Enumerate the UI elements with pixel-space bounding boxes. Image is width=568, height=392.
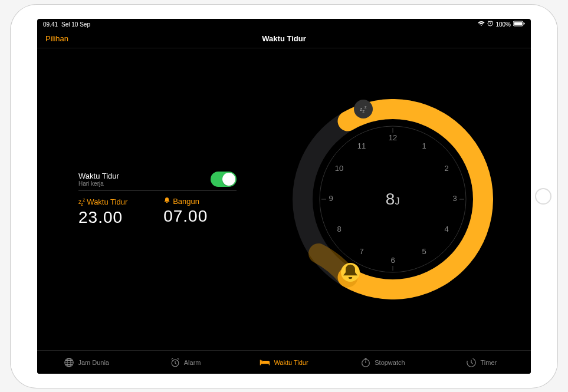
stopwatch-icon	[360, 357, 371, 368]
sleep-label: Waktu Tidur	[87, 197, 127, 206]
main-content: Waktu Tidur Hari kerja zzz Waktu Tidur 2…	[37, 48, 531, 350]
wake-handle-icon	[341, 263, 360, 282]
schedule-toggle-row: Waktu Tidur Hari kerja	[78, 172, 237, 191]
home-button[interactable]	[535, 188, 551, 205]
battery-icon	[513, 21, 525, 28]
tab-bedtime[interactable]: Waktu Tidur	[235, 351, 333, 374]
tab-timer[interactable]: Timer	[432, 351, 531, 374]
status-time: 09.41	[43, 21, 58, 28]
wake-time: 07.00	[163, 207, 237, 226]
dial-hour-3: 3	[452, 194, 457, 203]
wake-handle[interactable]	[341, 263, 360, 282]
timer-icon	[466, 357, 477, 368]
battery-percent: 100%	[495, 21, 511, 28]
sleep-icon: zzz	[78, 197, 84, 207]
sleep-time: 23.00	[78, 208, 152, 227]
dial-hour-7: 7	[359, 247, 363, 256]
options-button[interactable]: Pilihan	[45, 34, 68, 43]
nav-bar: Pilihan Waktu Tidur	[37, 29, 531, 48]
dial-hour-4: 4	[444, 225, 448, 233]
tab-world-clock[interactable]: Jam Dunia	[37, 351, 136, 374]
dial-hour-6: 6	[390, 256, 395, 265]
page-title: Waktu Tidur	[262, 34, 306, 43]
dial-hour-10: 10	[334, 164, 343, 173]
sleep-handle[interactable]: zzz	[354, 100, 373, 118]
globe-icon	[64, 357, 74, 368]
wifi-icon	[478, 21, 485, 28]
bell-icon	[163, 197, 170, 206]
dial-hour-9: 9	[329, 194, 333, 203]
tab-alarm[interactable]: Alarm	[136, 351, 234, 374]
tab-stopwatch[interactable]: Stopwatch	[333, 351, 432, 374]
wake-time-block[interactable]: Bangun 07.00	[163, 197, 237, 227]
svg-rect-2	[514, 22, 523, 25]
alarm-status-icon	[487, 21, 493, 28]
dial-hour-12: 12	[388, 133, 396, 142]
status-date: Sel 10 Sep	[61, 21, 90, 28]
svg-rect-3	[524, 23, 525, 25]
schedule-title: Waktu Tidur	[78, 172, 119, 180]
sleep-duration: 8J	[386, 190, 400, 209]
sleep-handle-icon: zzz	[360, 105, 367, 113]
alarm-icon	[170, 357, 180, 368]
schedule-subtitle: Hari kerja	[78, 180, 119, 187]
dial-hour-5: 5	[422, 247, 426, 256]
schedule-panel: Waktu Tidur Hari kerja zzz Waktu Tidur 2…	[37, 48, 254, 350]
dial-hour-8: 8	[337, 225, 341, 233]
device-frame: 09.41 Sel 10 Sep 100% Pilihan Waktu Tidu…	[11, 5, 557, 388]
dial-hour-2: 2	[444, 164, 448, 173]
schedule-toggle[interactable]	[211, 172, 237, 187]
sleep-time-block[interactable]: zzz Waktu Tidur 23.00	[78, 197, 152, 227]
screen: 09.41 Sel 10 Sep 100% Pilihan Waktu Tidu…	[37, 19, 531, 374]
wake-label: Bangun	[173, 197, 199, 206]
dial-hour-1: 1	[422, 141, 426, 150]
tab-bar: Jam Dunia Alarm Waktu Tidur Stopwatch Ti…	[37, 350, 531, 374]
sleep-dial[interactable]: 12 1 2 3 4 5 6 7 8 9 10 11	[293, 99, 493, 299]
status-bar: 09.41 Sel 10 Sep 100%	[37, 19, 531, 29]
bed-icon	[260, 357, 270, 368]
dial-hour-11: 11	[357, 141, 365, 150]
